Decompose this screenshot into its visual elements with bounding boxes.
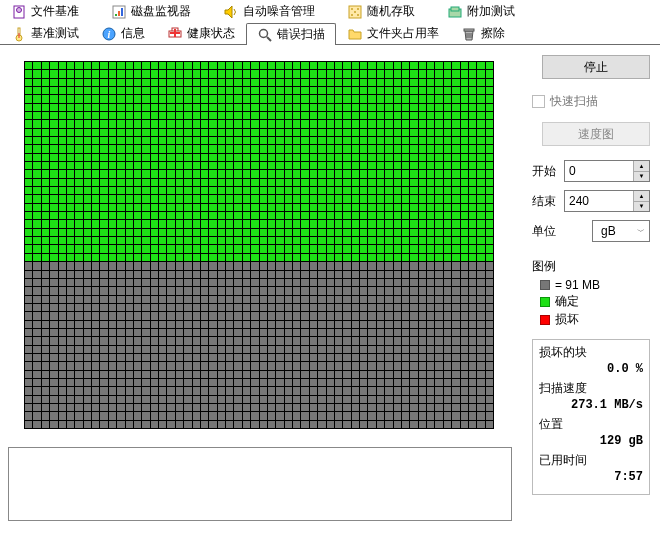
grid-cell	[402, 245, 409, 252]
grid-cell	[226, 254, 233, 261]
grid-cell	[360, 329, 367, 336]
grid-cell	[142, 229, 149, 236]
unit-select[interactable]: gB ﹀	[592, 220, 650, 242]
grid-cell	[126, 154, 133, 161]
grid-cell	[477, 421, 484, 428]
grid-cell	[276, 87, 283, 94]
grid-cell	[335, 204, 342, 211]
grid-cell	[176, 379, 183, 386]
tab-label: 文件基准	[31, 3, 79, 20]
grid-cell	[109, 412, 116, 419]
grid-cell	[343, 170, 350, 177]
chevron-down-icon[interactable]: ▼	[634, 172, 649, 182]
grid-cell	[109, 279, 116, 286]
grid-cell	[352, 421, 359, 428]
grid-cell	[167, 337, 174, 344]
grid-cell	[193, 162, 200, 169]
start-input[interactable]	[565, 161, 625, 181]
tab-disk-monitor[interactable]: 磁盘监视器	[100, 0, 212, 22]
grid-cell	[377, 321, 384, 328]
grid-cell	[310, 95, 317, 102]
grid-cell	[33, 404, 40, 411]
grid-cell	[486, 337, 493, 344]
grid-cell	[385, 170, 392, 177]
grid-cell	[159, 254, 166, 261]
grid-cell	[184, 321, 191, 328]
grid-cell	[435, 354, 442, 361]
grid-cell	[33, 262, 40, 269]
grid-cell	[486, 220, 493, 227]
grid-cell	[117, 321, 124, 328]
grid-cell	[251, 162, 258, 169]
tab-speaker[interactable]: 自动噪音管理	[212, 0, 336, 22]
grid-cell	[385, 162, 392, 169]
grid-cell	[251, 137, 258, 144]
grid-cell	[327, 95, 334, 102]
tab-health[interactable]: 健康状态	[156, 22, 246, 44]
grid-cell	[276, 337, 283, 344]
position-label: 位置	[539, 416, 643, 433]
grid-cell	[486, 262, 493, 269]
grid-cell	[285, 379, 292, 386]
tab-file-benchmark[interactable]: 文件基准	[0, 0, 100, 22]
tab-search[interactable]: 错误扫描	[246, 23, 336, 45]
grid-cell	[117, 304, 124, 311]
grid-cell	[343, 304, 350, 311]
grid-cell	[427, 62, 434, 69]
grid-cell	[142, 179, 149, 186]
tab-info[interactable]: i信息	[90, 22, 156, 44]
grid-cell	[193, 220, 200, 227]
grid-cell	[285, 304, 292, 311]
grid-cell	[293, 195, 300, 202]
quick-scan-checkbox[interactable]	[532, 95, 545, 108]
grid-cell	[352, 321, 359, 328]
start-spinner[interactable]: ▲ ▼	[564, 160, 650, 182]
tab-random[interactable]: 随机存取	[336, 0, 436, 22]
grid-cell	[452, 162, 459, 169]
grid-cell	[100, 79, 107, 86]
grid-cell	[360, 112, 367, 119]
grid-cell	[184, 204, 191, 211]
grid-cell	[92, 279, 99, 286]
tab-folder[interactable]: 文件夹占用率	[336, 22, 450, 44]
tab-trash[interactable]: 擦除	[450, 22, 516, 44]
chevron-up-icon[interactable]: ▲	[634, 191, 649, 202]
grid-cell	[377, 154, 384, 161]
grid-cell	[461, 287, 468, 294]
grid-cell	[226, 162, 233, 169]
grid-cell	[444, 179, 451, 186]
grid-cell	[444, 104, 451, 111]
grid-cell	[176, 396, 183, 403]
grid-cell	[109, 112, 116, 119]
grid-cell	[126, 387, 133, 394]
grid-cell	[419, 170, 426, 177]
grid-cell	[100, 145, 107, 152]
stop-button[interactable]: 停止	[542, 55, 650, 79]
grid-cell	[33, 421, 40, 428]
end-input[interactable]	[565, 191, 625, 211]
grid-cell	[318, 371, 325, 378]
end-spinner[interactable]: ▲ ▼	[564, 190, 650, 212]
grid-cell	[377, 387, 384, 394]
grid-cell	[142, 287, 149, 294]
tab-extra[interactable]: 附加测试	[436, 0, 536, 22]
grid-cell	[159, 262, 166, 269]
chevron-down-icon[interactable]: ▼	[634, 202, 649, 212]
grid-cell	[92, 296, 99, 303]
grid-cell	[402, 237, 409, 244]
grid-cell	[109, 379, 116, 386]
grid-cell	[67, 362, 74, 369]
grid-cell	[419, 337, 426, 344]
tab-thermometer[interactable]: 基准测试	[0, 22, 90, 44]
grid-cell	[260, 162, 267, 169]
grid-cell	[402, 262, 409, 269]
grid-cell	[343, 262, 350, 269]
grid-cell	[452, 329, 459, 336]
grid-cell	[42, 296, 49, 303]
grid-cell	[167, 212, 174, 219]
svg-point-1	[17, 7, 22, 12]
grid-cell	[184, 104, 191, 111]
speed-map-button[interactable]: 速度图	[542, 122, 650, 146]
grid-cell	[50, 145, 57, 152]
chevron-up-icon[interactable]: ▲	[634, 161, 649, 172]
